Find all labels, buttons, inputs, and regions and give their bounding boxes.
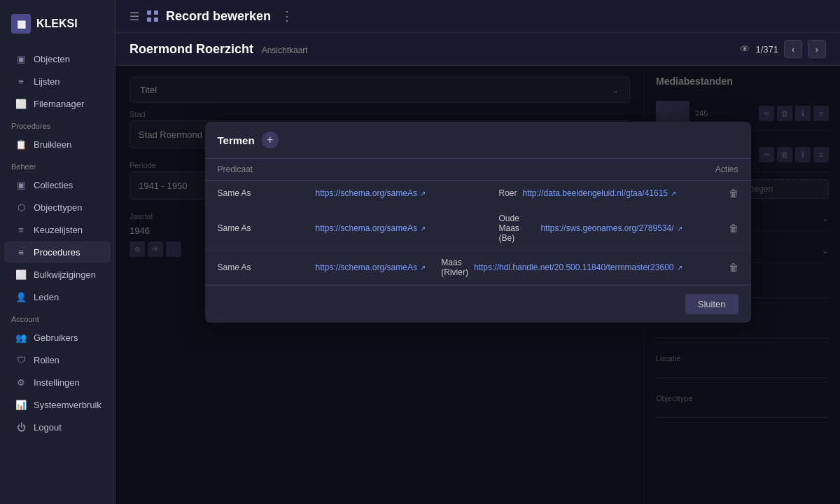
next-record-button[interactable]: › [808, 40, 826, 58]
beheer-section-label: Beheer [0, 155, 115, 174]
sidebar-item-label: Instellingen [34, 377, 80, 388]
account-section-label: Account [0, 308, 115, 326]
sidebar-item-label: Collecties [34, 180, 73, 190]
modal-body: Predicaat Acties Same As https://schema.… [205, 159, 751, 285]
row1-predicaat: Same As [218, 188, 316, 198]
svg-rect-1 [154, 10, 158, 15]
sidebar-item-label: Systeemverbruik [34, 400, 102, 410]
row3-term[interactable]: Maas (Rivier) https://hdl.handle.net/20.… [441, 258, 682, 277]
type-icon: ⬡ [15, 202, 27, 213]
sidebar-item-label: Gebruikers [34, 332, 78, 343]
svg-rect-2 [147, 18, 151, 22]
row3-predicaat: Same As [218, 262, 316, 272]
modal-header: Termen + [205, 122, 751, 159]
list2-icon: ≡ [15, 224, 27, 235]
record-name-area: Roermond Roerzicht Ansichtkaart [130, 42, 308, 57]
ext-link-icon2: ↗ [671, 190, 676, 197]
modal-footer: Sluiten [205, 285, 751, 323]
modal-overlay: Termen + Predicaat Acties Same As [115, 66, 840, 504]
sidebar-item-filemanager[interactable]: ⬜ Filemanager [4, 93, 111, 114]
sidebar-item-label: Keuzelijsten [34, 225, 83, 235]
clipboard-icon: 📋 [15, 139, 27, 150]
logo-icon: ▦ [11, 14, 31, 34]
ext-link-icon3: ↗ [420, 225, 426, 232]
sidebar-item-label: Logout [34, 422, 62, 433]
col-term [316, 164, 499, 174]
ext-link-icon6: ↗ [677, 264, 682, 272]
sidebar-item-bruikleen[interactable]: 📋 Bruikleen [4, 134, 111, 155]
table-row: Same As https://schema.org/sameAs ↗ Maas… [205, 251, 751, 285]
row3-delete-icon[interactable]: 🗑 [729, 262, 738, 273]
sidebar-item-lijsten[interactable]: ≡ Lijsten [4, 71, 111, 92]
user-icon: 👤 [15, 291, 27, 302]
row3-actions: 🗑 [682, 262, 738, 273]
sidebar-item-objecttypen[interactable]: ⬡ Objecttypen [4, 197, 111, 218]
row3-predicaat-url[interactable]: https://schema.org/sameAs ↗ [316, 262, 442, 272]
row1-predicaat-url[interactable]: https://schema.org/sameAs ↗ [316, 188, 499, 198]
sidebar-item-keuzelijsten[interactable]: ≡ Keuzelijsten [4, 219, 111, 240]
row2-term[interactable]: Oude Maas (Be) https://sws.geonames.org/… [499, 214, 682, 243]
main-wrapper: ☰ Record bewerken ⋮ Roermond Roerzicht A… [115, 0, 840, 504]
row1-delete-icon[interactable]: 🗑 [729, 188, 738, 199]
sidebar-item-bulkwijzigingen[interactable]: ⬜ Bulkwijzigingen [4, 264, 111, 285]
logo[interactable]: ▦ KLEKSI [0, 8, 115, 48]
table-row: Same As https://schema.org/sameAs ↗ Oude… [205, 206, 751, 251]
ext-link-icon4: ↗ [677, 225, 682, 232]
modal-title: Termen [218, 134, 255, 146]
modal-add-button[interactable]: + [262, 132, 279, 148]
sidebar-item-procedures[interactable]: ≡ Procedures [4, 241, 111, 262]
sidebar-item-label: Filemanager [34, 99, 84, 109]
sidebar-item-collecties[interactable]: ▣ Collecties [4, 174, 111, 195]
modal-table-header: Predicaat Acties [205, 159, 751, 181]
row1-actions: 🗑 [682, 188, 738, 199]
sidebar-item-instellingen[interactable]: ⚙ Instellingen [4, 372, 111, 393]
sidebar-item-label: Rollen [34, 355, 59, 365]
sidebar-item-rollen[interactable]: 🛡 Rollen [4, 349, 111, 370]
record-badge: Ansichtkaart [262, 46, 308, 55]
app-name: KLEKSI [36, 18, 78, 30]
grid-icon: ▣ [15, 53, 27, 64]
list-icon: ≡ [15, 76, 27, 87]
sidebar-item-logout[interactable]: ⏻ Logout [4, 416, 111, 438]
logout-icon: ⏻ [15, 421, 27, 433]
svg-rect-0 [147, 10, 151, 15]
eye-icon: 👁 [740, 43, 750, 55]
collection-icon: ▣ [15, 179, 27, 190]
row2-predicaat-url[interactable]: https://schema.org/sameAs ↗ [316, 223, 499, 233]
sidebar-item-systeemverbruik[interactable]: 📊 Systeemverbruik [4, 394, 111, 415]
termen-modal: Termen + Predicaat Acties Same As [205, 122, 751, 323]
nav-count: 1/371 [755, 44, 778, 55]
procedure-icon: ≡ [15, 246, 27, 258]
header-grid-icon [146, 10, 159, 22]
sidebar-item-objecten[interactable]: ▣ Objecten [4, 48, 111, 69]
record-name: Roermond Roerzicht [130, 42, 253, 56]
sidebar-item-gebruikers[interactable]: 👥 Gebruikers [4, 327, 111, 348]
folder-icon: ⬜ [15, 98, 27, 109]
record-title-bar: Roermond Roerzicht Ansichtkaart 👁 1/371 … [115, 33, 840, 66]
sidebar-item-label: Objecttypen [34, 202, 82, 213]
sidebar-item-label: Procedures [34, 247, 80, 258]
bulk-icon: ⬜ [15, 269, 27, 280]
header: ☰ Record bewerken ⋮ [115, 0, 840, 33]
gear-icon: ⚙ [15, 377, 27, 388]
sluiten-button[interactable]: Sluiten [685, 294, 738, 314]
col-predicaat: Predicaat [218, 164, 316, 174]
content-wrapper: Titel ⌄ Stad Stad Roermond ⌄ ⊕ 👁 ⋮ [115, 66, 840, 504]
ext-link-icon: ↗ [420, 190, 426, 197]
row2-actions: 🗑 [682, 223, 738, 234]
row2-predicaat: Same As [218, 223, 316, 233]
hamburger-icon[interactable]: ☰ [130, 10, 139, 23]
sidebar-item-leden[interactable]: 👤 Leden [4, 286, 111, 307]
ext-link-icon5: ↗ [420, 264, 426, 272]
row1-term[interactable]: Roer http://data.beeldengeluid.nl/gtaa/4… [499, 188, 682, 198]
sidebar-item-label: Bruikleen [34, 139, 71, 150]
more-options-icon[interactable]: ⋮ [281, 8, 293, 24]
shield-icon: 🛡 [15, 354, 27, 365]
sidebar-item-label: Objecten [34, 54, 70, 64]
col-acties: Acties [682, 164, 738, 174]
table-row: Same As https://schema.org/sameAs ↗ Roer… [205, 181, 751, 206]
row2-delete-icon[interactable]: 🗑 [729, 223, 738, 234]
prev-record-button[interactable]: ‹ [784, 40, 802, 58]
sidebar-item-label: Leden [34, 292, 59, 302]
sidebar-item-label: Bulkwijzigingen [34, 270, 96, 280]
